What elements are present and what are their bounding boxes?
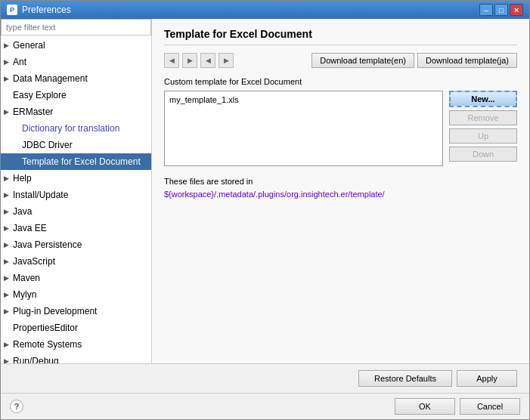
page-title: Template for Excel Document xyxy=(164,28,517,45)
nav-forward-button[interactable]: ▶ xyxy=(182,53,197,68)
up-button[interactable]: Up xyxy=(449,128,517,144)
sidebar-item-label-data-management: Data Management xyxy=(13,72,88,85)
data-management-chevron-icon: ▶ xyxy=(4,72,11,85)
preferences-window: P Preferences – □ ✕ ▶General▶Ant▶Data Ma… xyxy=(0,0,530,420)
sidebar-item-label-ant: Ant xyxy=(13,55,26,69)
sidebar-item-label-install-update: Install/Update xyxy=(13,188,68,202)
nav-back2-button[interactable]: ◀ xyxy=(200,53,215,68)
sidebar-item-general[interactable]: ▶General xyxy=(1,37,151,54)
minimize-button[interactable]: – xyxy=(479,4,493,16)
sidebar-item-remote-systems[interactable]: ▶Remote Systems xyxy=(1,336,151,353)
info-path: ${workspace}/.metadata/.plugins/org.insi… xyxy=(164,190,385,199)
sidebar-item-label-plugin-development: Plug-in Development xyxy=(13,304,97,318)
sidebar-item-label-java-ee: Java EE xyxy=(13,221,47,235)
window-controls: – □ ✕ xyxy=(479,4,523,16)
sidebar-item-java-persistence[interactable]: ▶Java Persistence xyxy=(1,236,151,253)
sidebar-item-install-update[interactable]: ▶Install/Update xyxy=(1,187,151,203)
sidebar-item-ant[interactable]: ▶Ant xyxy=(1,54,151,70)
sidebar-item-label-help: Help xyxy=(13,171,32,185)
mylyn-chevron-icon: ▶ xyxy=(4,288,11,301)
sidebar-item-jdbc-driver[interactable]: JDBC Driver xyxy=(1,137,151,153)
sidebar-item-label-run-debug: Run/Debug xyxy=(13,354,59,363)
sidebar-item-label-dict-translation: Dictionary for translation xyxy=(22,123,119,134)
template-list[interactable]: my_template_1.xls xyxy=(164,91,443,166)
ermaster-chevron-icon: ▶ xyxy=(4,105,11,119)
very-bottom: ? OK Cancel xyxy=(1,393,529,419)
sidebar-item-label-general: General xyxy=(13,39,45,52)
sidebar-item-plugin-development[interactable]: ▶Plug-in Development xyxy=(1,303,151,320)
template-list-item[interactable]: my_template_1.xls xyxy=(168,94,439,105)
sidebar-item-label-template-excel: Template for Excel Document xyxy=(22,156,141,167)
javascript-chevron-icon: ▶ xyxy=(4,255,11,268)
sidebar-item-label-maven: Maven xyxy=(13,271,40,285)
install-update-chevron-icon: ▶ xyxy=(4,188,11,202)
sidebar-item-label-jdbc-driver: JDBC Driver xyxy=(22,140,73,150)
sidebar-item-label-mylyn: Mylyn xyxy=(13,288,36,301)
sidebar-item-easy-explore[interactable]: Easy Explore xyxy=(1,87,151,103)
sidebar-item-dict-translation[interactable]: Dictionary for translation xyxy=(1,120,151,137)
sidebar-item-ermaster[interactable]: ▶ERMaster xyxy=(1,103,151,120)
new-button[interactable]: New... xyxy=(449,91,517,107)
main-panel: Template for Excel Document ◀ ▶ ◀ ▶ Down… xyxy=(152,19,529,363)
download-en-button[interactable]: Download template(en) xyxy=(311,53,414,68)
restore-defaults-button[interactable]: Restore Defaults xyxy=(358,370,452,387)
maven-chevron-icon: ▶ xyxy=(4,271,11,285)
sidebar-item-label-java-persistence: Java Persistence xyxy=(13,238,82,252)
sidebar-item-label-ermaster: ERMaster xyxy=(13,105,53,119)
sidebar-item-data-management[interactable]: ▶Data Management xyxy=(1,70,151,87)
download-ja-button[interactable]: Download template(ja) xyxy=(417,53,517,68)
ok-button[interactable]: OK xyxy=(395,398,455,415)
section-label: Custom template for Excel Document xyxy=(164,77,517,86)
bottom-buttons: Restore Defaults Apply xyxy=(1,363,529,393)
sidebar-item-properties-editor[interactable]: PropertiesEditor xyxy=(1,320,151,336)
sidebar-item-maven[interactable]: ▶Maven xyxy=(1,270,151,286)
info-text: These files are stored in ${workspace}/.… xyxy=(164,175,517,200)
sidebar-item-label-javascript: JavaScript xyxy=(13,255,55,268)
general-chevron-icon: ▶ xyxy=(4,39,11,52)
sidebar-item-java-ee[interactable]: ▶Java EE xyxy=(1,220,151,236)
run-debug-chevron-icon: ▶ xyxy=(4,354,11,363)
template-area: my_template_1.xls New... Remove Up Down xyxy=(164,91,517,166)
sidebar-item-label-easy-explore: Easy Explore xyxy=(13,90,67,100)
nav-back-button[interactable]: ◀ xyxy=(164,53,179,68)
plugin-development-chevron-icon: ▶ xyxy=(4,304,11,318)
java-persistence-chevron-icon: ▶ xyxy=(4,238,11,252)
sidebar-item-help[interactable]: ▶Help xyxy=(1,170,151,187)
info-line1: These files are stored in xyxy=(164,177,253,186)
cancel-button[interactable]: Cancel xyxy=(460,398,520,415)
titlebar: P Preferences – □ ✕ xyxy=(1,1,529,19)
sidebar-item-template-excel[interactable]: Template for Excel Document xyxy=(1,153,151,170)
content-area: ▶General▶Ant▶Data ManagementEasy Explore… xyxy=(1,19,529,363)
sidebar-item-label-remote-systems: Remote Systems xyxy=(13,338,82,351)
window-title: Preferences xyxy=(22,5,71,15)
down-button[interactable]: Down xyxy=(449,147,517,162)
nav-forward2-button[interactable]: ▶ xyxy=(219,53,234,68)
filter-input[interactable] xyxy=(1,19,151,36)
maximize-button[interactable]: □ xyxy=(494,4,508,16)
ok-cancel-area: OK Cancel xyxy=(395,398,520,415)
remote-systems-chevron-icon: ▶ xyxy=(4,338,11,351)
sidebar-item-javascript[interactable]: ▶JavaScript xyxy=(1,253,151,270)
tree-container: ▶General▶Ant▶Data ManagementEasy Explore… xyxy=(1,36,151,363)
ant-chevron-icon: ▶ xyxy=(4,55,11,69)
close-button[interactable]: ✕ xyxy=(510,4,523,16)
java-chevron-icon: ▶ xyxy=(4,205,11,218)
sidebar-item-label-properties-editor: PropertiesEditor xyxy=(13,323,78,333)
sidebar: ▶General▶Ant▶Data ManagementEasy Explore… xyxy=(1,19,152,363)
help-icon[interactable]: ? xyxy=(10,400,23,413)
sidebar-item-java[interactable]: ▶Java xyxy=(1,203,151,220)
remove-button[interactable]: Remove xyxy=(449,110,517,125)
apply-button[interactable]: Apply xyxy=(457,370,517,387)
template-side-buttons: New... Remove Up Down xyxy=(449,91,517,166)
toolbar-row: ◀ ▶ ◀ ▶ Download template(en) Download t… xyxy=(164,53,517,68)
sidebar-item-label-java: Java xyxy=(13,205,32,218)
help-chevron-icon: ▶ xyxy=(4,171,11,185)
sidebar-item-run-debug[interactable]: ▶Run/Debug xyxy=(1,353,151,363)
java-ee-chevron-icon: ▶ xyxy=(4,221,11,235)
window-icon: P xyxy=(7,5,17,15)
sidebar-item-mylyn[interactable]: ▶Mylyn xyxy=(1,286,151,303)
